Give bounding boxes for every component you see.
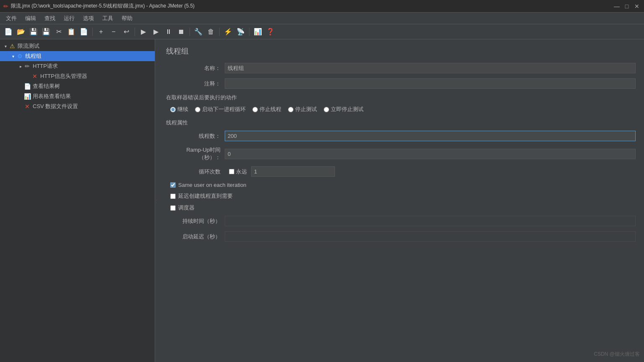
startup-delay-input[interactable] — [225, 231, 636, 242]
toolbar-btn-reset[interactable]: ↩ — [120, 26, 132, 38]
radio-stop-thread[interactable] — [252, 107, 258, 112]
tree-item-2[interactable]: ▸✏HTTP请求 — [0, 61, 155, 71]
ramp-up-row: Ramp-Up时间（秒）： — [166, 146, 636, 161]
toolbar-btn-remove[interactable]: − — [108, 26, 119, 38]
menu-item-运行[interactable]: 运行 — [60, 13, 79, 24]
radio-label-stop-test-now[interactable]: 立即停止测试 — [324, 106, 364, 113]
duration-input[interactable] — [225, 216, 636, 226]
tree-icon-2: ✏ — [23, 62, 31, 70]
tree-arrow-0: ▾ — [3, 44, 8, 49]
toolbar-btn-start[interactable]: ▶ — [138, 26, 149, 38]
toolbar-btn-new[interactable]: 📄 — [3, 26, 14, 38]
radio-text-start-next-loop: 启动下一进程循环 — [202, 106, 246, 113]
startup-delay-row: 启动延迟（秒） — [166, 231, 636, 242]
scheduler-label[interactable]: 调度器 — [178, 204, 195, 212]
forever-checkbox[interactable] — [229, 169, 234, 174]
delay-create-label[interactable]: 延迟创建线程直到需要 — [178, 192, 233, 200]
tree-icon-3: ✕ — [31, 72, 39, 80]
menu-item-文件[interactable]: 文件 — [2, 13, 21, 24]
radio-label-continue[interactable]: 继续 — [170, 106, 188, 113]
watermark: CSDN @烟火缠过客 — [594, 351, 640, 358]
toolbar-btn-help[interactable]: ❓ — [265, 26, 276, 38]
radio-stop-test-now[interactable] — [324, 107, 329, 112]
loop-count-input[interactable] — [251, 166, 335, 177]
sidebar: ▾⚠限流测试▾⚙线程组▸✏HTTP请求✕HTTP信息头管理器📄查看结果树📊用表格… — [0, 39, 155, 362]
panel-title: 线程组 — [166, 46, 636, 56]
startup-delay-label: 启动延迟（秒） — [166, 233, 225, 240]
menu-item-查找[interactable]: 查找 — [40, 13, 60, 24]
titlebar-title: 限流.jmx (D:\work_tools\apache-jmeter-5.5\… — [11, 3, 195, 10]
minimize-button[interactable]: — — [613, 3, 621, 10]
loop-count-label: 循环次数 — [166, 168, 225, 176]
radio-text-continue: 继续 — [177, 106, 188, 113]
titlebar: ✏ 限流.jmx (D:\work_tools\apache-jmeter-5.… — [0, 0, 644, 13]
menu-item-工具[interactable]: 工具 — [98, 13, 117, 24]
name-input[interactable] — [225, 63, 636, 73]
toolbar-btn-add[interactable]: + — [95, 26, 107, 38]
radio-text-stop-thread: 停止线程 — [260, 106, 281, 113]
toolbar-separator — [135, 28, 135, 36]
tree-arrow-2: ▸ — [18, 64, 23, 69]
comment-input[interactable] — [225, 78, 636, 89]
forever-checkbox-label[interactable]: 永远 — [229, 168, 247, 176]
ramp-up-label: Ramp-Up时间（秒）： — [166, 146, 225, 161]
tree-item-4[interactable]: 📄查看结果树 — [0, 81, 155, 91]
toolbar-separator — [92, 28, 93, 36]
toolbar-separator — [249, 28, 249, 36]
comment-label: 注释： — [166, 80, 225, 88]
toolbar-btn-open[interactable]: 📂 — [15, 26, 27, 38]
toolbar-separator — [219, 28, 220, 36]
comment-row: 注释： — [166, 78, 636, 89]
tree-item-0[interactable]: ▾⚠限流测试 — [0, 41, 155, 51]
tree-label-5: 用表格查看结果 — [33, 93, 71, 100]
close-button[interactable]: ✕ — [633, 3, 641, 10]
delay-create-checkbox[interactable] — [170, 194, 176, 199]
name-label: 名称： — [166, 65, 225, 72]
toolbar-separator — [190, 28, 190, 36]
toolbar-btn-func2[interactable]: 📡 — [235, 26, 247, 38]
toolbar-btn-aggregate[interactable]: 📊 — [252, 26, 264, 38]
toolbar-btn-remote[interactable]: 🔧 — [192, 26, 204, 38]
tree-item-6[interactable]: ✕CSV 数据文件设置 — [0, 101, 155, 111]
duration-row: 持续时间（秒） — [166, 216, 636, 226]
toolbar: 📄📂💾💾✂📋📄+−↩▶▶⏸⏹🔧🗑⚡📡📊❓ — [0, 24, 644, 39]
tree-item-5[interactable]: 📊用表格查看结果 — [0, 91, 155, 101]
toolbar-btn-cut[interactable]: ✂ — [53, 26, 65, 38]
app-icon: ✏ — [3, 3, 8, 10]
tree-item-3[interactable]: ✕HTTP信息头管理器 — [0, 71, 155, 81]
tree-icon-0: ⚠ — [8, 42, 16, 50]
main-container: ▾⚠限流测试▾⚙线程组▸✏HTTP请求✕HTTP信息头管理器📄查看结果树📊用表格… — [0, 39, 644, 362]
menu-item-帮助[interactable]: 帮助 — [117, 13, 137, 24]
toolbar-btn-save[interactable]: 💾 — [28, 26, 39, 38]
toolbar-btn-copy[interactable]: 📋 — [65, 26, 77, 38]
menubar: 文件编辑查找运行选项工具帮助 — [0, 13, 644, 24]
toolbar-btn-stop[interactable]: ⏹ — [175, 26, 187, 38]
toolbar-btn-save-as[interactable]: 💾 — [40, 26, 52, 38]
toolbar-btn-paste[interactable]: 📄 — [78, 26, 90, 38]
radio-stop-test[interactable] — [288, 107, 293, 112]
thread-count-input[interactable] — [225, 131, 636, 141]
toolbar-btn-clear[interactable]: 🗑 — [205, 26, 217, 38]
forever-label: 永远 — [236, 168, 247, 176]
tree-label-4: 查看结果树 — [33, 83, 60, 90]
tree-arrow-1: ▾ — [10, 54, 16, 59]
same-user-checkbox[interactable] — [170, 182, 176, 188]
maximize-button[interactable]: □ — [623, 3, 631, 10]
name-row: 名称： — [166, 63, 636, 73]
radio-start-next-loop[interactable] — [195, 107, 200, 112]
menu-item-选项[interactable]: 选项 — [79, 13, 98, 24]
radio-label-start-next-loop[interactable]: 启动下一进程循环 — [195, 106, 246, 113]
toolbar-btn-no-pause[interactable]: ▶ — [150, 26, 162, 38]
scheduler-checkbox[interactable] — [170, 205, 176, 211]
tree-item-1[interactable]: ▾⚙线程组 — [0, 51, 155, 61]
loop-count-row: 循环次数 永远 — [166, 166, 636, 177]
same-user-label[interactable]: Same user on each iteration — [178, 182, 247, 188]
menu-item-编辑[interactable]: 编辑 — [21, 13, 40, 24]
radio-continue[interactable] — [170, 107, 176, 112]
delay-create-row: 延迟创建线程直到需要 — [166, 192, 636, 200]
toolbar-btn-stop-all[interactable]: ⏸ — [163, 26, 174, 38]
ramp-up-input[interactable] — [225, 149, 636, 159]
radio-label-stop-test[interactable]: 停止测试 — [288, 106, 317, 113]
toolbar-btn-func1[interactable]: ⚡ — [222, 26, 234, 38]
radio-label-stop-thread[interactable]: 停止线程 — [252, 106, 281, 113]
